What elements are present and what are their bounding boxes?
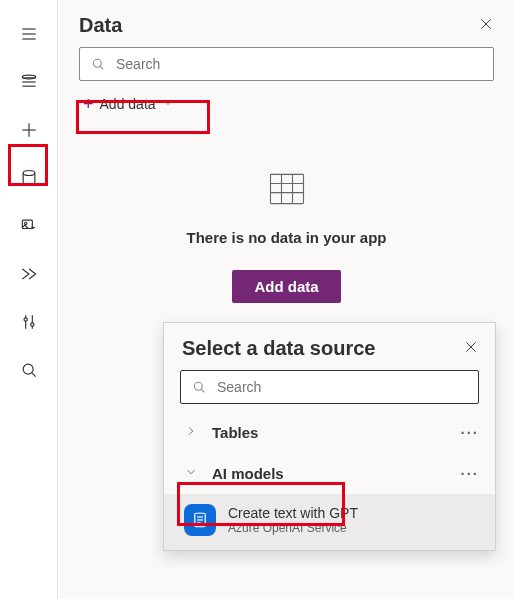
tables-more-icon[interactable]: ··· xyxy=(460,424,479,441)
svg-point-7 xyxy=(23,171,35,176)
gpt-item-text: Create text with GPT Azure OpenAI Servic… xyxy=(228,505,358,535)
ai-models-label: AI models xyxy=(212,465,284,482)
data-icon[interactable] xyxy=(9,158,49,198)
power-automate-icon[interactable] xyxy=(9,254,49,294)
table-icon xyxy=(265,167,309,211)
insert-icon[interactable] xyxy=(9,110,49,150)
svg-point-13 xyxy=(30,323,33,326)
flyout-search-box[interactable] xyxy=(180,370,479,404)
data-source-flyout: Select a data source Tables ··· AI model… xyxy=(163,322,496,551)
svg-point-14 xyxy=(23,364,33,374)
gpt-item[interactable]: Create text with GPT Azure OpenAI Servic… xyxy=(164,494,495,550)
flyout-title: Select a data source xyxy=(182,337,375,360)
svg-line-28 xyxy=(201,389,204,392)
left-nav-rail xyxy=(0,0,58,599)
search-icon xyxy=(90,56,106,72)
svg-line-19 xyxy=(100,66,103,69)
gpt-item-title: Create text with GPT xyxy=(228,505,358,521)
gpt-item-subtitle: Azure OpenAI Service xyxy=(228,521,358,535)
svg-line-15 xyxy=(31,373,35,377)
media-icon[interactable] xyxy=(9,206,49,246)
data-search-input[interactable] xyxy=(114,55,483,73)
search-icon xyxy=(191,379,207,395)
empty-state-text: There is no data in your app xyxy=(79,229,494,246)
svg-point-9 xyxy=(24,222,27,225)
flyout-header: Select a data source xyxy=(164,323,495,370)
svg-point-27 xyxy=(194,382,202,390)
tables-group[interactable]: Tables ··· xyxy=(164,412,495,453)
tree-view-icon[interactable] xyxy=(9,62,49,102)
panel-title: Data xyxy=(79,14,122,37)
panel-header: Data xyxy=(79,14,494,37)
svg-point-18 xyxy=(93,59,101,67)
ai-model-badge-icon xyxy=(184,504,216,536)
tables-label: Tables xyxy=(212,424,258,441)
plus-icon: + xyxy=(83,95,94,113)
add-data-label: Add data xyxy=(100,96,156,112)
chevron-right-icon xyxy=(184,424,198,441)
empty-state: There is no data in your app Add data xyxy=(79,167,494,303)
ai-models-group[interactable]: AI models ··· xyxy=(164,453,495,494)
data-search-box[interactable] xyxy=(79,47,494,81)
add-data-button[interactable]: Add data xyxy=(232,270,340,303)
close-panel-icon[interactable] xyxy=(478,16,494,36)
svg-point-11 xyxy=(24,318,27,321)
advanced-tools-icon[interactable] xyxy=(9,302,49,342)
add-data-dropdown[interactable]: + Add data xyxy=(79,91,182,117)
chevron-down-icon xyxy=(184,465,198,482)
ai-models-more-icon[interactable]: ··· xyxy=(460,465,479,482)
chevron-down-icon xyxy=(162,96,174,112)
close-flyout-icon[interactable] xyxy=(463,339,479,359)
hamburger-menu-icon[interactable] xyxy=(9,14,49,54)
svg-rect-20 xyxy=(270,174,303,203)
flyout-search-input[interactable] xyxy=(215,378,468,396)
search-rail-icon[interactable] xyxy=(9,350,49,390)
